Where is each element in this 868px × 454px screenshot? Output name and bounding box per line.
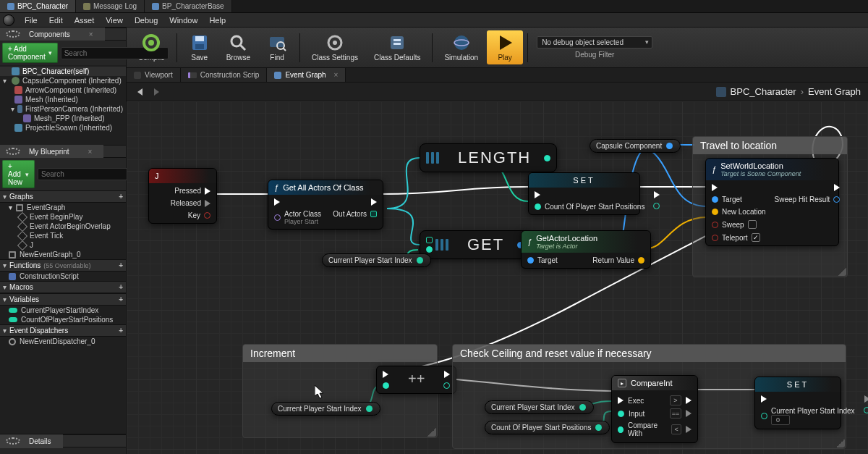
menu-file[interactable]: File [19, 14, 43, 26]
graph-icon [9, 251, 16, 258]
log-icon [83, 3, 90, 10]
class-settings-button[interactable]: Class Settings [305, 30, 365, 64]
close-icon[interactable]: × [82, 146, 98, 157]
svg-marker-20 [137, 88, 142, 96]
add-macro-icon[interactable]: + [119, 283, 123, 291]
variable-icon [9, 308, 17, 313]
node-set-variable[interactable]: SET Current Player Start Index0 [754, 377, 841, 429]
checkbox[interactable] [748, 220, 757, 229]
event-icon [17, 211, 27, 222]
details-panel-tab[interactable]: Details [0, 434, 126, 447]
int-input[interactable]: 0 [771, 415, 790, 425]
event-icon [17, 240, 27, 250]
find-button[interactable]: Find [259, 30, 295, 64]
graph-canvas[interactable]: J Pressed Released Key ƒGet All Actors O… [127, 101, 868, 454]
variable-get-node[interactable]: Count Of Player Start Positions [485, 421, 610, 434]
add-component-button[interactable]: + Add Component [2, 43, 58, 63]
svg-line-8 [240, 45, 245, 50]
graph-tab-bar: Viewport Construction Scrip Event Graph× [127, 68, 868, 83]
close-icon[interactable]: × [83, 29, 99, 40]
output-pin[interactable] [544, 155, 550, 161]
section-functions[interactable]: ▾Functions(55 Overridable)+ [0, 259, 126, 272]
output-pin[interactable] [666, 143, 673, 149]
save-button[interactable]: Save [182, 30, 218, 64]
breadcrumb[interactable]: BPC_Character›Event Graph [716, 86, 861, 97]
node-compare-int[interactable]: ▸CompareInt Exec> Input== Compare With< [611, 375, 698, 443]
title-tab[interactable]: BP_CharacterBase [145, 0, 232, 12]
add-function-icon[interactable]: + [119, 261, 123, 269]
myblueprint-tree[interactable]: ▾Graphs+ ▾EventGraph Event BeginPlay Eve… [0, 190, 126, 434]
graph-icon [274, 72, 281, 79]
nav-forward-button[interactable] [150, 85, 163, 98]
add-graph-icon[interactable]: + [119, 193, 123, 201]
components-tree[interactable]: BPC_Character(self) ▾CapsuleComponent (I… [0, 65, 126, 145]
left-sidebar: Components× + Add Component BPC_Characte… [0, 28, 127, 454]
output-pin[interactable] [579, 404, 586, 411]
components-panel-tab[interactable]: Components× [0, 28, 126, 41]
menu-asset[interactable]: Asset [69, 14, 101, 26]
add-variable-icon[interactable]: + [119, 295, 123, 303]
variable-get-node[interactable]: Capsule Component [590, 139, 681, 153]
gear-icon [6, 148, 20, 155]
svg-rect-5 [195, 36, 204, 41]
checkbox[interactable]: ✓ [752, 233, 760, 242]
svg-point-3 [148, 40, 154, 46]
tab-viewport[interactable]: Viewport [127, 68, 181, 82]
svg-marker-21 [154, 88, 159, 96]
browse-button[interactable]: Browse [219, 30, 258, 64]
menu-debug[interactable]: Debug [129, 14, 163, 26]
menu-bar: File Edit Asset View Debug Window Help [0, 13, 868, 28]
input-pin[interactable] [426, 237, 433, 243]
menu-help[interactable]: Help [203, 14, 231, 26]
section-dispatchers[interactable]: ▾Event Dispatchers+ [0, 324, 126, 337]
unreal-logo-icon [3, 14, 14, 26]
output-pin[interactable] [595, 424, 602, 431]
node-length[interactable]: LENGTH [420, 143, 557, 172]
section-graphs[interactable]: ▾Graphs+ [0, 190, 126, 203]
close-icon[interactable]: × [334, 71, 339, 79]
blueprint-icon [7, 3, 14, 10]
node-get-actor-location[interactable]: ƒGetActorLocationTarget is Actor Target … [521, 230, 651, 269]
simulation-button[interactable]: Simulation [437, 30, 485, 64]
main-toolbar: Compile Save Browse Find Class Settings … [127, 28, 868, 68]
add-dispatcher-icon[interactable]: + [119, 327, 123, 335]
svg-rect-16 [393, 43, 401, 45]
node-array-get[interactable]: GET [420, 230, 530, 259]
section-macros[interactable]: ▾Macros+ [0, 281, 126, 293]
node-input-event[interactable]: J Pressed Released Key [148, 168, 217, 224]
node-increment-int[interactable]: ++ [376, 366, 456, 394]
output-pin[interactable] [417, 257, 423, 264]
svg-marker-19 [500, 35, 512, 50]
function-icon [9, 273, 16, 280]
output-pin[interactable] [366, 405, 373, 412]
dispatcher-icon [9, 338, 16, 345]
myblueprint-panel-tab[interactable]: My Blueprint× [0, 145, 126, 158]
gear-icon [6, 437, 20, 445]
input-pin[interactable] [426, 246, 433, 253]
variable-get-node[interactable]: Current Player Start Index [322, 253, 431, 267]
debug-object-select[interactable]: No debug object selected [537, 36, 652, 49]
blueprint-icon [152, 3, 159, 10]
tab-construction-script[interactable]: Construction Scrip [181, 68, 268, 82]
title-tab-bar: BPC_Character Message Log BP_CharacterBa… [0, 0, 868, 13]
section-variables[interactable]: ▾Variables+ [0, 293, 126, 306]
variable-get-node[interactable]: Current Player Start Index [271, 402, 380, 416]
menu-view[interactable]: View [100, 14, 129, 26]
menu-window[interactable]: Window [163, 14, 203, 26]
tab-event-graph[interactable]: Event Graph× [267, 68, 346, 82]
details-panel: Details [0, 434, 126, 454]
play-button[interactable]: Play [487, 30, 523, 64]
menu-edit[interactable]: Edit [43, 14, 69, 26]
function-icon [188, 72, 197, 78]
class-defaults-button[interactable]: Class Defaults [367, 30, 427, 64]
node-set-world-location[interactable]: ƒSetWorldLocationTarget is Scene Compone… [705, 158, 839, 246]
node-get-all-actors[interactable]: ƒGet All Actors Of Class Actor ClassPlay… [268, 180, 383, 230]
event-icon [17, 230, 27, 240]
graph-icon [16, 204, 23, 211]
node-set-variable[interactable]: SET Count Of Player Start Positions [528, 172, 640, 215]
variable-get-node[interactable]: Current Player Start Index [485, 400, 594, 414]
title-tab[interactable]: BPC_Character [0, 0, 76, 12]
nav-back-button[interactable] [134, 85, 147, 98]
add-new-button[interactable]: + Add New [2, 160, 35, 188]
title-tab[interactable]: Message Log [76, 0, 145, 12]
